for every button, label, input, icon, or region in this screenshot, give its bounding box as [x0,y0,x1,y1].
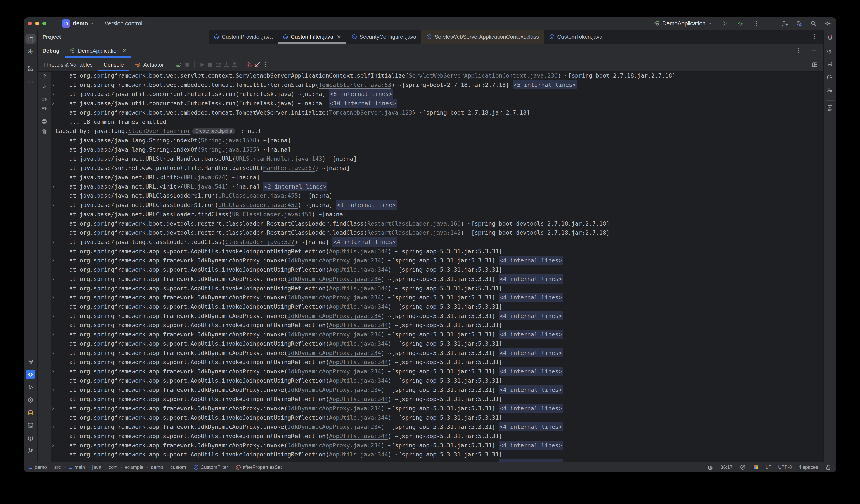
fold-toggle-icon[interactable]: › [51,311,55,321]
status-indent[interactable]: 4 spaces [799,464,818,470]
inspections-widget-icon[interactable] [740,464,746,471]
breadcrumb-item[interactable]: com [109,464,118,470]
fold-toggle-icon[interactable]: › [51,237,55,247]
tool-window-button-gradle[interactable] [825,72,835,82]
fold-toggle-icon[interactable]: › [51,349,55,358]
fold-toggle-icon[interactable]: › [51,99,55,108]
resume-button-icon[interactable] [198,61,205,68]
hide-tool-window-button[interactable] [811,47,817,54]
internal-lines-chip[interactable]: <4 internal lines> [499,311,563,321]
stack-frame-link[interactable]: RestartClassLoader.java:142 [367,229,461,236]
stack-frame-link[interactable]: AopUtils.java:344 [329,340,388,347]
fold-toggle-icon[interactable]: › [51,275,55,284]
tool-window-button-build[interactable] [25,357,35,367]
stack-frame-link[interactable]: RestartClassLoader.java:160 [367,220,461,227]
fold-toggle-icon[interactable]: › [51,441,55,450]
stack-frame-link[interactable]: AopUtils.java:344 [329,433,388,439]
breadcrumb-item[interactable]: demo [28,464,47,470]
breadcrumb-item[interactable]: main [68,464,85,470]
internal-lines-chip[interactable]: <4 internal lines> [499,293,563,302]
internal-lines-chip[interactable]: <4 internal lines> [499,367,563,376]
stack-frame-link[interactable]: JdkDynamicAopProxy.java:234 [288,350,381,356]
stack-frame-link[interactable]: JdkDynamicAopProxy.java:234 [288,257,381,264]
debugger-tab-threads-variables[interactable]: Threads & Variables [38,58,98,72]
internal-lines-chip[interactable]: <4 internal lines> [499,422,563,431]
fold-toggle-icon[interactable]: › [51,367,55,376]
fold-toggle-icon[interactable]: › [51,80,55,90]
stack-frame-link[interactable]: JdkDynamicAopProxy.java:234 [288,276,381,282]
step-over-button-icon[interactable] [215,61,221,68]
project-name-widget[interactable]: demo [73,20,88,27]
add-user-button-icon[interactable] [781,20,788,27]
fold-toggle-icon[interactable]: › [51,404,55,413]
tool-window-options-button[interactable] [795,47,802,54]
console-output[interactable]: at org.springframework.boot.web.servlet.… [51,72,823,462]
stack-frame-link[interactable]: URLClassLoader.java:452 [218,202,298,208]
tool-window-button-project[interactable] [25,34,35,44]
settings-button-icon[interactable] [825,20,831,27]
read-only-toggle-icon[interactable] [825,464,832,471]
internal-lines-chip[interactable]: <10 internal lines> [329,99,397,108]
run-configuration-widget[interactable]: DemoApplication [662,20,705,27]
debug-session-tab[interactable]: DemoApplication ✕ [65,44,131,58]
tool-window-button-notifications[interactable] [825,32,835,43]
window-controls[interactable] [28,21,46,25]
tool-window-button-services[interactable] [25,395,35,405]
fold-toggle-icon[interactable]: › [51,89,55,99]
stack-frame-link[interactable]: AopUtils.java:344 [329,414,388,421]
tool-window-button-problems[interactable] [25,433,35,443]
project-panel-header[interactable]: Project [38,30,209,44]
breadcrumb-item[interactable]: custom [170,464,186,470]
internal-lines-chip[interactable]: <4 internal lines> [332,237,397,247]
stack-frame-link[interactable]: AopUtils.java:344 [329,322,388,328]
stack-frame-link[interactable]: URL.java:541 [184,183,225,190]
stack-frame-link[interactable]: JdkDynamicAopProxy.java:234 [288,405,381,412]
debug-button[interactable] [737,20,744,27]
fold-toggle-icon[interactable]: › [51,256,55,265]
internal-lines-chip[interactable]: <4 internal lines> [499,349,563,358]
internal-lines-chip[interactable]: <4 internal lines> [499,275,563,284]
status-encoding[interactable]: UTF-8 [778,464,792,470]
zoom-window-button[interactable] [42,21,46,25]
stack-frame-link[interactable]: URLClassLoader.java:455 [218,192,298,199]
view-breakpoints-button-icon[interactable] [246,61,253,68]
status-caret-position[interactable]: 36:17 [720,464,733,470]
stack-frame-link[interactable]: ClassLoader.java:527 [225,239,295,245]
stack-frame-link[interactable]: TomcatStarter.java:53 [319,81,391,88]
stack-frame-link[interactable]: JdkDynamicAopProxy.java:234 [288,313,381,319]
breadcrumb-item[interactable]: java [92,464,101,470]
tool-window-button-learn[interactable]: ? [25,46,35,56]
stack-frame-link[interactable]: JdkDynamicAopProxy.java:234 [288,294,381,301]
tool-window-button-ai-assistant[interactable] [825,46,835,56]
stack-frame-link[interactable]: AopUtils.java:344 [329,285,388,292]
trash-button-icon[interactable] [41,128,48,135]
fold-toggle-icon[interactable]: › [51,330,55,339]
copilot-status-icon[interactable] [707,464,714,471]
stack-frame-link[interactable]: AopUtils.java:344 [329,248,388,254]
breadcrumb-item[interactable]: demo [151,464,163,470]
stack-frame-link[interactable]: String.java:1535 [201,146,256,153]
debugger-tab-actuator[interactable]: Actuator [129,58,169,72]
minimize-window-button[interactable] [35,21,39,25]
more-button-icon[interactable] [262,61,269,68]
editor-tab[interactable]: CCustomProvider.java [209,30,278,44]
stop-button-icon[interactable] [184,61,191,68]
breadcrumb-item[interactable]: example [125,464,143,470]
fold-toggle-icon[interactable]: › [51,201,55,210]
stack-frame-link[interactable]: JdkDynamicAopProxy.java:234 [288,331,381,338]
breadcrumb-item[interactable]: src [54,464,61,470]
tool-window-button-database[interactable] [825,59,835,69]
stack-frame-link[interactable]: JdkDynamicAopProxy.java:234 [288,386,381,393]
stack-frame-link[interactable]: URLStreamHandler.java:143 [235,155,322,162]
close-icon[interactable]: ✕ [122,47,127,54]
tool-window-button-debug[interactable] [26,370,35,379]
arrow-up-button-icon[interactable] [41,73,48,79]
tool-window-button-run[interactable] [25,382,35,392]
status-line-separator[interactable]: LF [765,464,771,470]
mute-breakpoints-button-icon[interactable] [254,61,261,68]
internal-lines-chip[interactable]: <4 internal lines> [499,441,563,450]
printer-button-icon[interactable] [41,118,48,125]
soft-wrap-button-icon[interactable] [41,95,48,102]
tool-window-button-database[interactable] [25,407,35,418]
debugger-tab-console[interactable]: Console [98,58,129,72]
